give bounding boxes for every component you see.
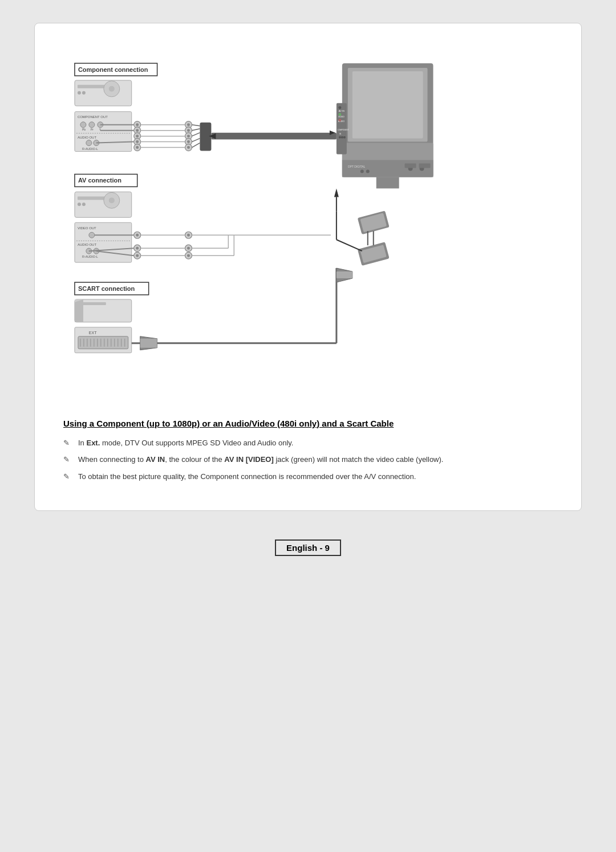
svg-point-40 (82, 91, 86, 95)
note-text-2: When connecting to AV IN, the colour of … (78, 454, 443, 465)
note-icon-3: ✎ (63, 471, 75, 482)
svg-rect-5 (376, 177, 399, 188)
svg-point-96 (78, 202, 81, 206)
note-icon-1: ✎ (63, 437, 75, 449)
svg-rect-84 (200, 123, 211, 151)
svg-text:Pr: Pr (91, 128, 94, 131)
svg-point-72 (187, 129, 190, 132)
svg-point-45 (80, 122, 86, 128)
footer-label: English - 9 (275, 539, 341, 556)
text-section: Using a Component (up to 1080p) or an Au… (58, 419, 558, 482)
svg-rect-138 (78, 336, 128, 349)
svg-text:AUDIO OUT: AUDIO OUT (78, 136, 97, 139)
svg-point-14 (338, 119, 341, 121)
component-connection-label: Component connection (78, 66, 148, 73)
svg-point-21 (366, 170, 370, 173)
svg-point-39 (78, 91, 81, 95)
svg-point-65 (136, 140, 139, 143)
svg-point-99 (109, 197, 115, 203)
svg-text:Pb: Pb (82, 128, 86, 131)
svg-point-70 (187, 123, 190, 126)
note-text-3: To obtain the best picture quality, the … (78, 471, 416, 482)
svg-text:R-AUDIO-L: R-AUDIO-L (82, 147, 98, 151)
svg-point-20 (360, 170, 364, 173)
svg-text:R-AUDIO-L: R-AUDIO-L (82, 255, 98, 258)
diagram-area: AV IN VIDEO AUDIO COMPONENT IN OPT DIGIT… (58, 46, 558, 401)
svg-point-78 (187, 146, 190, 149)
svg-point-60 (136, 129, 139, 132)
svg-text:COMPONENT: COMPONENT (338, 129, 349, 131)
svg-rect-159 (337, 271, 352, 278)
svg-point-46 (89, 122, 95, 128)
note-item-1: ✎ In Ext. mode, DTV Out supports MPEG SD… (63, 437, 553, 449)
svg-point-63 (136, 135, 139, 137)
svg-text:VIDEO: VIDEO (338, 116, 345, 118)
note-item-3: ✎ To obtain the best picture quality, th… (63, 471, 553, 482)
svg-point-12 (338, 106, 341, 109)
svg-text:AUDIO OUT: AUDIO OUT (78, 243, 97, 246)
svg-text:OPT DIGITAL: OPT DIGITAL (348, 165, 366, 168)
svg-point-13 (338, 113, 341, 116)
svg-rect-25 (419, 164, 431, 168)
connection-diagram: AV IN VIDEO AUDIO COMPONENT IN OPT DIGIT… (58, 46, 558, 399)
svg-point-120 (187, 247, 190, 250)
svg-point-118 (187, 234, 190, 237)
av-connection-label: AV connection (78, 177, 121, 184)
svg-point-42 (109, 86, 115, 92)
svg-point-57 (136, 123, 139, 126)
svg-text:EXT: EXT (89, 331, 97, 335)
note-text-1: In Ext. mode, DTV Out supports MPEG SD V… (78, 437, 293, 449)
scart-connection-label: SCART connection (78, 285, 135, 292)
svg-rect-3 (352, 71, 423, 139)
svg-rect-154 (140, 339, 157, 348)
svg-point-74 (187, 135, 190, 137)
svg-point-15 (339, 136, 341, 139)
svg-point-122 (187, 254, 190, 257)
main-heading: Using a Component (up to 1080p) or an Au… (63, 419, 553, 428)
svg-point-76 (187, 140, 190, 143)
svg-text:VIDEO OUT: VIDEO OUT (78, 226, 96, 230)
svg-point-109 (136, 234, 139, 237)
svg-rect-90 (211, 133, 336, 140)
svg-point-97 (82, 202, 86, 206)
svg-marker-135 (75, 299, 83, 322)
svg-point-53 (86, 140, 92, 146)
svg-point-68 (136, 146, 139, 149)
svg-text:AV IN: AV IN (339, 109, 345, 112)
page-container: AV IN VIDEO AUDIO COMPONENT IN OPT DIGIT… (34, 23, 582, 511)
svg-text:COMPONENT OUT: COMPONENT OUT (78, 115, 108, 119)
svg-point-112 (136, 247, 139, 250)
note-icon-2: ✎ (63, 454, 75, 465)
svg-point-16 (341, 136, 343, 139)
svg-rect-24 (405, 164, 416, 168)
svg-point-115 (136, 254, 139, 257)
note-item-2: ✎ When connecting to AV IN, the colour o… (63, 454, 553, 465)
svg-rect-0 (58, 46, 558, 399)
svg-point-102 (89, 232, 95, 238)
svg-point-17 (343, 136, 346, 139)
svg-text:IN: IN (339, 133, 341, 135)
footer: English - 9 (275, 539, 341, 556)
